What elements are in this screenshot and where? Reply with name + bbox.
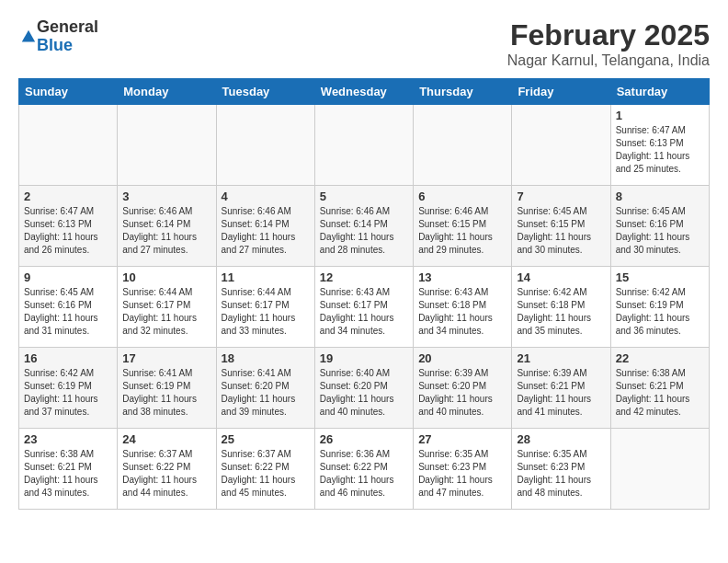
day-number: 16 <box>24 351 112 365</box>
table-row: 7Sunrise: 6:45 AM Sunset: 6:15 PM Daylig… <box>512 186 610 267</box>
day-number: 26 <box>320 432 408 446</box>
calendar-week-5: 23Sunrise: 6:38 AM Sunset: 6:21 PM Dayli… <box>19 429 710 510</box>
table-row <box>610 429 709 510</box>
calendar-body: 1Sunrise: 6:47 AM Sunset: 6:13 PM Daylig… <box>19 105 710 510</box>
day-number: 5 <box>320 190 408 203</box>
table-row: 2Sunrise: 6:47 AM Sunset: 6:13 PM Daylig… <box>19 186 118 267</box>
day-number: 8 <box>616 190 704 203</box>
day-info: Sunrise: 6:35 AM Sunset: 6:23 PM Dayligh… <box>418 448 506 500</box>
table-row: 27Sunrise: 6:35 AM Sunset: 6:23 PM Dayli… <box>414 429 512 510</box>
day-info: Sunrise: 6:38 AM Sunset: 6:21 PM Dayligh… <box>24 448 112 500</box>
page-header: General Blue February 2025 Nagar Karnul,… <box>18 18 710 69</box>
day-info: Sunrise: 6:44 AM Sunset: 6:17 PM Dayligh… <box>222 286 310 338</box>
header-sunday: Sunday <box>19 79 118 105</box>
table-row <box>19 105 118 186</box>
table-row: 25Sunrise: 6:37 AM Sunset: 6:22 PM Dayli… <box>216 429 314 510</box>
day-info: Sunrise: 6:39 AM Sunset: 6:20 PM Dayligh… <box>418 367 506 419</box>
day-number: 28 <box>517 432 605 446</box>
table-row: 14Sunrise: 6:42 AM Sunset: 6:18 PM Dayli… <box>512 267 610 348</box>
calendar-week-3: 9Sunrise: 6:45 AM Sunset: 6:16 PM Daylig… <box>19 267 710 348</box>
day-info: Sunrise: 6:38 AM Sunset: 6:21 PM Dayligh… <box>616 367 704 419</box>
day-info: Sunrise: 6:46 AM Sunset: 6:14 PM Dayligh… <box>222 205 310 257</box>
table-row: 26Sunrise: 6:36 AM Sunset: 6:22 PM Dayli… <box>314 429 413 510</box>
table-row: 23Sunrise: 6:38 AM Sunset: 6:21 PM Dayli… <box>19 429 118 510</box>
table-row <box>216 105 314 186</box>
table-row: 18Sunrise: 6:41 AM Sunset: 6:20 PM Dayli… <box>216 348 314 429</box>
day-info: Sunrise: 6:41 AM Sunset: 6:20 PM Dayligh… <box>222 367 310 419</box>
day-number: 14 <box>517 270 605 284</box>
logo: General Blue <box>18 18 98 55</box>
table-row: 13Sunrise: 6:43 AM Sunset: 6:18 PM Dayli… <box>414 267 512 348</box>
header-tuesday: Tuesday <box>216 79 314 105</box>
day-number: 6 <box>418 190 506 203</box>
table-row: 9Sunrise: 6:45 AM Sunset: 6:16 PM Daylig… <box>19 267 118 348</box>
table-row: 17Sunrise: 6:41 AM Sunset: 6:19 PM Dayli… <box>118 348 216 429</box>
day-number: 11 <box>222 270 310 284</box>
day-info: Sunrise: 6:37 AM Sunset: 6:22 PM Dayligh… <box>122 448 210 500</box>
header-row: Sunday Monday Tuesday Wednesday Thursday… <box>19 79 710 105</box>
table-row: 4Sunrise: 6:46 AM Sunset: 6:14 PM Daylig… <box>216 186 314 267</box>
table-row: 1Sunrise: 6:47 AM Sunset: 6:13 PM Daylig… <box>610 105 709 186</box>
day-number: 3 <box>122 190 210 203</box>
main-title: February 2025 <box>507 18 710 52</box>
day-number: 24 <box>122 432 210 446</box>
day-info: Sunrise: 6:43 AM Sunset: 6:18 PM Dayligh… <box>418 286 506 338</box>
day-number: 25 <box>222 432 310 446</box>
calendar: Sunday Monday Tuesday Wednesday Thursday… <box>18 78 710 510</box>
day-info: Sunrise: 6:37 AM Sunset: 6:22 PM Dayligh… <box>222 448 310 500</box>
day-info: Sunrise: 6:44 AM Sunset: 6:17 PM Dayligh… <box>122 286 210 338</box>
day-number: 22 <box>616 351 704 365</box>
table-row: 10Sunrise: 6:44 AM Sunset: 6:17 PM Dayli… <box>118 267 216 348</box>
table-row: 22Sunrise: 6:38 AM Sunset: 6:21 PM Dayli… <box>610 348 709 429</box>
table-row: 28Sunrise: 6:35 AM Sunset: 6:23 PM Dayli… <box>512 429 610 510</box>
day-number: 1 <box>616 109 704 122</box>
day-number: 13 <box>418 270 506 284</box>
table-row: 15Sunrise: 6:42 AM Sunset: 6:19 PM Dayli… <box>610 267 709 348</box>
day-number: 21 <box>517 351 605 365</box>
table-row <box>314 105 413 186</box>
day-number: 15 <box>616 270 704 284</box>
table-row: 21Sunrise: 6:39 AM Sunset: 6:21 PM Dayli… <box>512 348 610 429</box>
day-number: 27 <box>418 432 506 446</box>
day-number: 19 <box>320 351 408 365</box>
day-number: 12 <box>320 270 408 284</box>
header-wednesday: Wednesday <box>314 79 413 105</box>
table-row: 11Sunrise: 6:44 AM Sunset: 6:17 PM Dayli… <box>216 267 314 348</box>
day-info: Sunrise: 6:39 AM Sunset: 6:21 PM Dayligh… <box>517 367 605 419</box>
logo-icon <box>20 29 37 45</box>
day-number: 20 <box>418 351 506 365</box>
day-number: 17 <box>122 351 210 365</box>
table-row: 12Sunrise: 6:43 AM Sunset: 6:17 PM Dayli… <box>314 267 413 348</box>
table-row: 24Sunrise: 6:37 AM Sunset: 6:22 PM Dayli… <box>118 429 216 510</box>
day-info: Sunrise: 6:46 AM Sunset: 6:15 PM Dayligh… <box>418 205 506 257</box>
table-row: 16Sunrise: 6:42 AM Sunset: 6:19 PM Dayli… <box>19 348 118 429</box>
day-number: 23 <box>24 432 112 446</box>
day-info: Sunrise: 6:42 AM Sunset: 6:19 PM Dayligh… <box>616 286 704 338</box>
subtitle: Nagar Karnul, Telangana, India <box>507 52 710 69</box>
day-info: Sunrise: 6:45 AM Sunset: 6:15 PM Dayligh… <box>517 205 605 257</box>
svg-marker-0 <box>22 30 35 42</box>
day-info: Sunrise: 6:40 AM Sunset: 6:20 PM Dayligh… <box>320 367 408 419</box>
table-row: 8Sunrise: 6:45 AM Sunset: 6:16 PM Daylig… <box>610 186 709 267</box>
logo-text: General Blue <box>37 18 98 55</box>
header-saturday: Saturday <box>610 79 709 105</box>
table-row: 20Sunrise: 6:39 AM Sunset: 6:20 PM Dayli… <box>414 348 512 429</box>
table-row <box>512 105 610 186</box>
day-number: 9 <box>24 270 112 284</box>
day-info: Sunrise: 6:45 AM Sunset: 6:16 PM Dayligh… <box>24 286 112 338</box>
day-info: Sunrise: 6:46 AM Sunset: 6:14 PM Dayligh… <box>320 205 408 257</box>
day-info: Sunrise: 6:46 AM Sunset: 6:14 PM Dayligh… <box>122 205 210 257</box>
logo-general: General <box>37 18 98 37</box>
day-number: 2 <box>24 190 112 203</box>
table-row <box>118 105 216 186</box>
day-info: Sunrise: 6:36 AM Sunset: 6:22 PM Dayligh… <box>320 448 408 500</box>
day-info: Sunrise: 6:47 AM Sunset: 6:13 PM Dayligh… <box>616 124 704 176</box>
table-row: 6Sunrise: 6:46 AM Sunset: 6:15 PM Daylig… <box>414 186 512 267</box>
calendar-header: Sunday Monday Tuesday Wednesday Thursday… <box>19 79 710 105</box>
header-friday: Friday <box>512 79 610 105</box>
table-row: 5Sunrise: 6:46 AM Sunset: 6:14 PM Daylig… <box>314 186 413 267</box>
table-row <box>414 105 512 186</box>
day-info: Sunrise: 6:41 AM Sunset: 6:19 PM Dayligh… <box>122 367 210 419</box>
day-number: 7 <box>517 190 605 203</box>
day-info: Sunrise: 6:45 AM Sunset: 6:16 PM Dayligh… <box>616 205 704 257</box>
